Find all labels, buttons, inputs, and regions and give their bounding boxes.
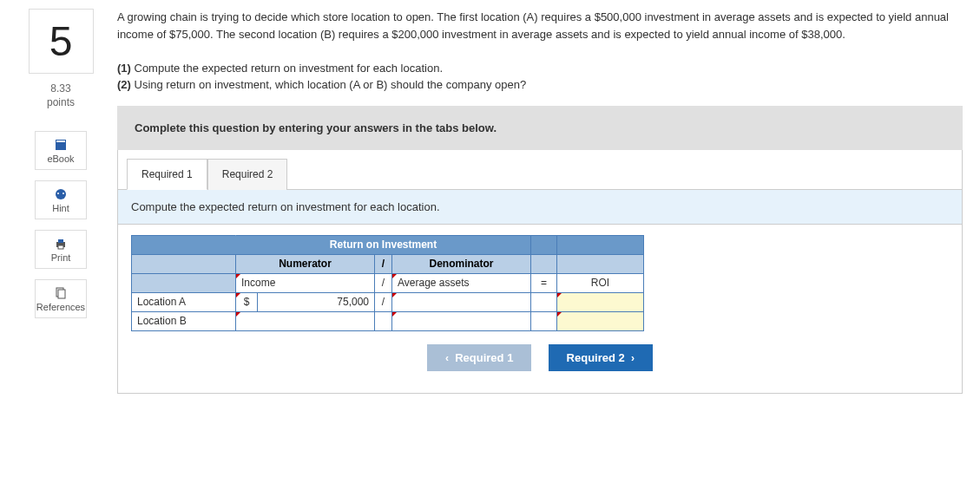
svg-rect-1	[56, 140, 65, 142]
tabs: Required 1 Required 2	[118, 150, 962, 190]
table-title: Return on Investment	[236, 235, 531, 254]
points-label: 8.33 points	[17, 82, 104, 109]
references-label: References	[36, 302, 85, 312]
print-icon	[54, 237, 68, 251]
sub-instruction: Compute the expected return on investmen…	[118, 190, 962, 225]
svg-point-3	[57, 193, 59, 194]
cell-b-numerator[interactable]	[236, 311, 375, 330]
cell-roi-label: ROI	[557, 273, 644, 292]
row-location-b: Location B	[132, 311, 236, 330]
hint-icon	[54, 187, 68, 201]
cell-b-denominator[interactable]	[392, 311, 531, 330]
svg-point-4	[62, 193, 64, 194]
tab-required-2[interactable]: Required 2	[207, 159, 288, 190]
book-icon	[54, 138, 68, 152]
svg-point-2	[56, 189, 66, 199]
question-paragraph: A growing chain is trying to decide whic…	[117, 9, 963, 42]
cell-slash: /	[375, 273, 392, 292]
tab-required-1[interactable]: Required 1	[127, 159, 207, 190]
chevron-right-icon: ›	[631, 352, 635, 364]
next-button[interactable]: Required 2 ›	[549, 344, 653, 371]
cell-b-roi[interactable]	[557, 311, 644, 330]
cell-equals: =	[531, 273, 557, 292]
svg-rect-7	[58, 245, 63, 249]
cell-a-roi[interactable]	[557, 292, 644, 311]
cell-a-denominator[interactable]	[392, 292, 531, 311]
hint-button[interactable]: Hint	[35, 180, 87, 219]
prev-button[interactable]: ‹ Required 1	[427, 344, 531, 371]
col-numerator: Numerator	[236, 254, 375, 273]
svg-rect-9	[58, 290, 65, 298]
print-button[interactable]: Print	[35, 230, 87, 269]
next-label: Required 2	[567, 351, 625, 364]
svg-rect-6	[58, 239, 63, 243]
col-divider: /	[375, 254, 392, 273]
hint-label: Hint	[52, 203, 69, 213]
row-location-a: Location A	[132, 292, 236, 311]
references-button[interactable]: References	[35, 279, 87, 318]
question-sub1: (1) Compute the expected return on inves…	[117, 60, 963, 77]
question-body: A growing chain is trying to decide whic…	[117, 9, 963, 94]
question-sub2: (2) Using return on investment, which lo…	[117, 76, 963, 94]
roi-table: Return on Investment Numerator / Denomin…	[131, 235, 644, 331]
instruction-bar: Complete this question by entering your …	[117, 106, 963, 150]
ebook-label: eBook	[47, 154, 74, 164]
cell-avg-assets-label[interactable]: Average assets	[392, 273, 531, 292]
cell-a-currency[interactable]: $	[236, 292, 258, 311]
cell-b-slash	[375, 311, 392, 330]
prev-label: Required 1	[455, 351, 513, 364]
cell-a-numerator[interactable]: 75,000	[258, 292, 375, 311]
references-icon	[54, 286, 68, 300]
chevron-left-icon: ‹	[445, 352, 449, 364]
cell-income-label[interactable]: Income	[236, 273, 375, 292]
col-denominator: Denominator	[392, 254, 531, 273]
ebook-button[interactable]: eBook	[35, 131, 87, 170]
print-label: Print	[51, 252, 71, 263]
cell-a-slash: /	[375, 292, 392, 311]
question-number: 5	[29, 9, 94, 74]
